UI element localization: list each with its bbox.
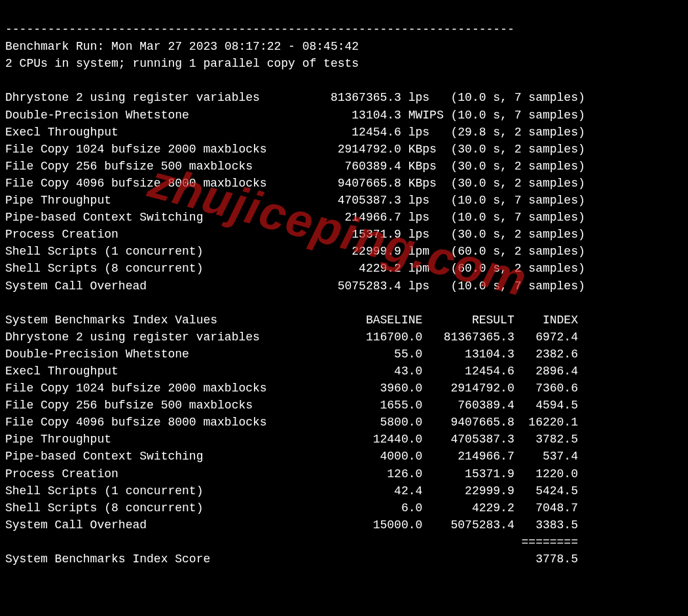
- tests-block: Dhrystone 2 using register variables 813…: [5, 91, 585, 292]
- terminal-output: ----------------------------------------…: [0, 0, 688, 589]
- benchmark-run-line: Benchmark Run: Mon Mar 27 2023 08:17:22 …: [5, 40, 359, 53]
- index-block: Dhrystone 2 using register variables 116…: [5, 331, 578, 532]
- index-header-line: System Benchmarks Index Values BASELINE …: [5, 314, 578, 327]
- cpu-info-line: 2 CPUs in system; running 1 parallel cop…: [5, 57, 359, 70]
- score-line: System Benchmarks Index Score 3778.5: [5, 553, 578, 566]
- score-separator-line: ========: [5, 535, 578, 549]
- separator-line: ----------------------------------------…: [5, 23, 515, 36]
